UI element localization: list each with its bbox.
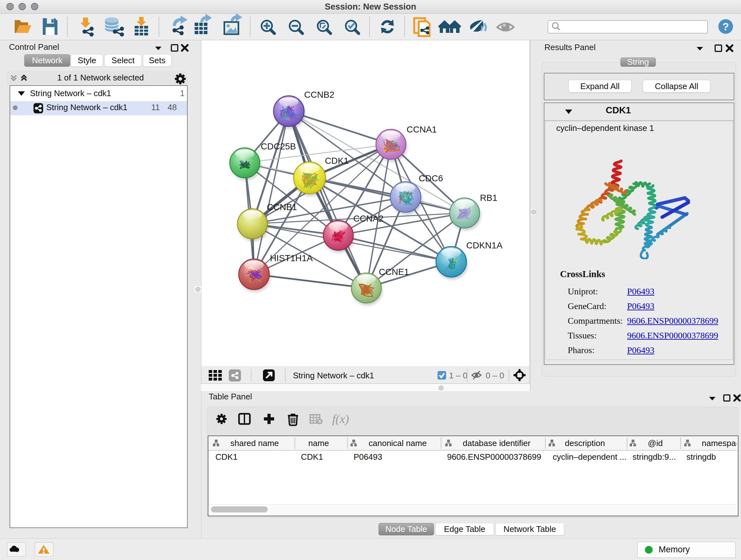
- svg-text:CCNB1: CCNB1: [267, 202, 297, 212]
- svg-text:CCNB2: CCNB2: [304, 90, 334, 100]
- svg-text:stringdb: stringdb: [686, 452, 716, 462]
- svg-text:HIST1H1A: HIST1H1A: [270, 253, 313, 263]
- svg-text:CDC25B: CDC25B: [261, 141, 296, 151]
- svg-text:name: name: [308, 438, 329, 448]
- svg-text:@id: @id: [648, 438, 663, 448]
- svg-text:canonical name: canonical name: [368, 438, 427, 448]
- svg-text:cyclin–dependent ...: cyclin–dependent ...: [553, 452, 626, 462]
- svg-text:1 – 0: 1 – 0: [449, 371, 468, 380]
- svg-text:P06493: P06493: [354, 452, 382, 462]
- svg-text:CCNE1: CCNE1: [379, 267, 409, 277]
- svg-text:9606.ENSP00000378699: 9606.ENSP00000378699: [447, 452, 541, 462]
- svg-text:RB1: RB1: [480, 193, 497, 203]
- svg-text:CDK1: CDK1: [215, 452, 238, 462]
- svg-text:CCNA2: CCNA2: [353, 213, 384, 224]
- svg-text:database identifier: database identifier: [463, 438, 531, 448]
- svg-text:0 – 0: 0 – 0: [486, 371, 504, 380]
- svg-text:f(x): f(x): [332, 412, 349, 426]
- svg-text:CCNA1: CCNA1: [407, 125, 437, 134]
- svg-text:stringdb:9...: stringdb:9...: [632, 452, 676, 462]
- svg-text:String Network – cdk1: String Network – cdk1: [293, 371, 374, 380]
- svg-text:CDC6: CDC6: [419, 173, 443, 183]
- svg-text:shared name: shared name: [230, 438, 279, 448]
- svg-text:CDKN1A: CDKN1A: [466, 240, 502, 250]
- svg-text:description: description: [565, 438, 605, 448]
- svg-text:CDK1: CDK1: [325, 156, 349, 166]
- svg-text:CDK1: CDK1: [301, 452, 323, 462]
- svg-text:namespace: namespace: [702, 438, 737, 448]
- svg-text:?: ?: [723, 20, 729, 33]
